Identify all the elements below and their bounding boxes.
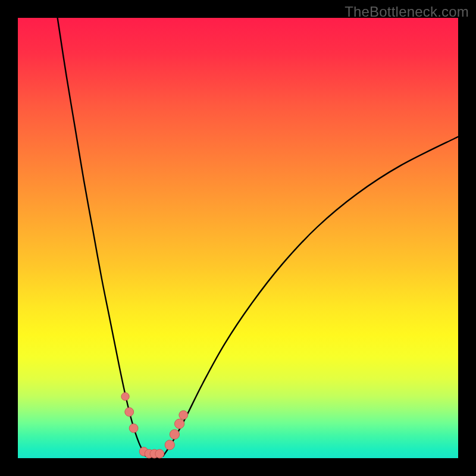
chart-frame: TheBottleneck.com — [0, 0, 476, 476]
right-branch-curve — [163, 137, 458, 456]
markers-group — [121, 393, 188, 458]
marker-dot — [129, 424, 138, 433]
marker-dot — [170, 430, 179, 439]
marker-dot — [179, 411, 188, 419]
left-branch-curve — [58, 18, 146, 456]
marker-dot — [125, 408, 134, 416]
marker-dot — [121, 393, 129, 400]
marker-dot — [165, 440, 174, 450]
marker-dot — [155, 449, 164, 458]
plot-area — [18, 18, 458, 458]
curve-svg — [18, 18, 458, 458]
marker-dot — [174, 419, 184, 428]
